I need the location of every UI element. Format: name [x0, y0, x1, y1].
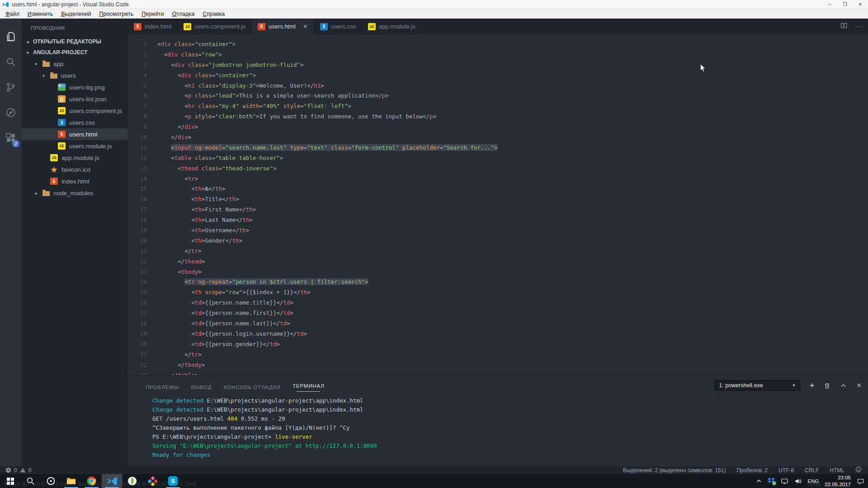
- tab-users-css[interactable]: 3users.css: [314, 19, 362, 34]
- line-number[interactable]: 4: [128, 70, 147, 81]
- menu-item-go[interactable]: Перейти: [137, 10, 168, 18]
- code-line-6[interactable]: 6 <p class="lead">This is a simple user-…: [128, 91, 868, 101]
- code-line-28[interactable]: 28 <td>{{person.name.last}}</td>: [128, 319, 868, 329]
- status-indent-info[interactable]: Пробелов: 2: [736, 467, 768, 474]
- code-line-11[interactable]: 11 <input ng-model="search.name.last" ty…: [128, 143, 868, 153]
- code-line-17[interactable]: 17 <th>First Name</th>: [128, 205, 868, 215]
- code-line-26[interactable]: 26 <td>{{person.name.title}}</td>: [128, 298, 868, 308]
- code-line-19[interactable]: 19 <th>Username</th>: [128, 225, 868, 236]
- minimize-button[interactable]: ─: [822, 0, 837, 9]
- line-number[interactable]: 3: [128, 60, 147, 70]
- status-encoding[interactable]: UTF-8: [778, 467, 794, 474]
- warnings-count[interactable]: 0: [28, 467, 32, 474]
- activity-search[interactable]: [0, 49, 22, 75]
- sidebar-section-open-editors[interactable]: ▸ОТКРЫТЫЕ РЕДАКТОРЫ: [22, 36, 128, 47]
- menu-item-debug[interactable]: Отладка: [168, 10, 198, 18]
- tree-item-users-bg-png[interactable]: users-bg.png: [22, 81, 128, 93]
- tree-item-users[interactable]: ▸users: [22, 70, 128, 81]
- line-number[interactable]: 10: [128, 132, 147, 143]
- panel-tab-output[interactable]: ВЫВОД: [191, 381, 212, 390]
- line-number[interactable]: 1: [128, 39, 147, 50]
- sidebar-section-project[interactable]: ▸ANGULAR-PROJECT: [22, 47, 128, 58]
- panel-tab-problems[interactable]: ПРОБЛЕМЫ: [146, 381, 179, 390]
- code-line-31[interactable]: 31 </tr>: [128, 350, 868, 360]
- taskbar-vscode[interactable]: [102, 474, 122, 488]
- code-line-21[interactable]: 21 </tr>: [128, 246, 868, 257]
- taskbar-search[interactable]: [20, 474, 41, 488]
- line-number[interactable]: 30: [128, 339, 147, 350]
- menu-item-help[interactable]: Справка: [198, 10, 229, 18]
- code-line-25[interactable]: 25 <th scope="row">{{$index + 1}}</th>: [128, 287, 868, 298]
- code-editor[interactable]: 1<div class="container">2 <div class="ro…: [128, 34, 868, 375]
- new-terminal-button[interactable]: +: [810, 381, 814, 390]
- code-line-1[interactable]: 1<div class="container">: [128, 39, 868, 50]
- status-language-mode[interactable]: HTML: [830, 467, 844, 474]
- terminal-output[interactable]: Change detected E:\WEB\projects\angular-…: [128, 395, 868, 460]
- line-number[interactable]: 6: [128, 91, 147, 101]
- tab-users-html[interactable]: 5users.html✕: [252, 19, 314, 34]
- code-line-22[interactable]: 22 </thead>: [128, 257, 868, 267]
- line-number[interactable]: 15: [128, 184, 147, 194]
- code-line-4[interactable]: 4 <div class="container">: [128, 70, 868, 81]
- close-tab-icon[interactable]: ✕: [303, 23, 308, 30]
- code-line-3[interactable]: 3 <div class="jumbotron jumbotron-fluid"…: [128, 60, 868, 70]
- taskbar-start[interactable]: [0, 474, 20, 488]
- maximize-panel-button[interactable]: [840, 382, 847, 389]
- taskbar-clock[interactable]: 23:0522.05.2017: [825, 474, 851, 488]
- line-number[interactable]: 31: [128, 350, 147, 360]
- errors-count[interactable]: 0: [14, 467, 17, 474]
- line-number[interactable]: 24: [128, 277, 147, 287]
- tab-index-html[interactable]: 5index.html: [128, 19, 178, 34]
- line-number[interactable]: 32: [128, 360, 147, 371]
- code-line-24[interactable]: 24 <tr ng-repeat="person in $ctrl.users …: [128, 277, 868, 287]
- line-number[interactable]: 26: [128, 298, 147, 308]
- code-line-7[interactable]: 7 <hr class="my-4" width="40%" style="fl…: [128, 101, 868, 112]
- status-eol[interactable]: CRLF: [805, 467, 819, 474]
- tree-item-index-html[interactable]: 5index.html: [22, 175, 128, 187]
- network-tray-icon[interactable]: [781, 478, 788, 485]
- volume-tray-icon[interactable]: [794, 478, 802, 485]
- activity-debug[interactable]: [0, 100, 22, 125]
- taskbar-chrome[interactable]: [81, 474, 102, 488]
- menu-item-edit[interactable]: Изменить: [24, 10, 57, 18]
- line-number[interactable]: 23: [128, 267, 147, 277]
- tree-item-users-css[interactable]: 3users.css: [22, 117, 128, 128]
- line-number[interactable]: 33: [128, 371, 147, 375]
- tree-item-users-html[interactable]: 5users.html: [22, 128, 128, 140]
- taskbar-color-app[interactable]: [142, 474, 163, 488]
- code-line-8[interactable]: 8 <p style="clear:both">If you want to f…: [128, 112, 868, 122]
- line-number[interactable]: 25: [128, 287, 147, 298]
- taskbar-file-explorer[interactable]: [61, 474, 81, 488]
- line-number[interactable]: 7: [128, 101, 147, 112]
- line-number[interactable]: 20: [128, 236, 147, 246]
- dropbox-tray-icon[interactable]: [768, 478, 775, 484]
- close-panel-button[interactable]: ✕: [856, 382, 862, 389]
- code-line-15[interactable]: 15 <th>№</th>: [128, 184, 868, 194]
- code-line-23[interactable]: 23 <tbody>: [128, 267, 868, 277]
- line-number[interactable]: 18: [128, 215, 147, 225]
- terminal-select[interactable]: 1: powershell.exe ▼: [714, 380, 800, 391]
- line-number[interactable]: 22: [128, 257, 147, 267]
- activity-source-control[interactable]: [0, 75, 22, 100]
- tab-users-component-js[interactable]: JSusers.component.js: [178, 19, 252, 34]
- panel-tab-debug-console[interactable]: КОНСОЛЬ ОТЛАДКИ: [224, 381, 280, 390]
- menu-item-selection[interactable]: Выделений: [57, 10, 95, 18]
- split-editor-icon[interactable]: [840, 22, 847, 31]
- activity-extensions[interactable]: 2: [0, 125, 22, 150]
- tree-item-app-module-js[interactable]: JSapp.module.js: [22, 152, 128, 164]
- menu-item-file[interactable]: Файл: [1, 10, 24, 18]
- status-selection-info[interactable]: Выделений: 2 (выделено символов: 151): [623, 467, 726, 474]
- taskbar-target-app[interactable]: [41, 474, 61, 488]
- tree-item-users-module-js[interactable]: JSusers.module.js: [22, 140, 128, 152]
- taskbar-greenshot[interactable]: [122, 474, 142, 488]
- code-line-33[interactable]: 33 </table>: [128, 371, 868, 375]
- tree-item-users-list-json[interactable]: {}users-list.json: [22, 93, 128, 105]
- code-line-13[interactable]: 13 <thead class="thead-inverse">: [128, 164, 868, 174]
- line-number[interactable]: 16: [128, 194, 147, 205]
- line-number[interactable]: 8: [128, 112, 147, 122]
- more-actions-icon[interactable]: ⋯: [855, 23, 862, 31]
- close-button[interactable]: ✕: [853, 0, 868, 9]
- maximize-button[interactable]: ❐: [837, 0, 853, 9]
- tray-chevron-up-icon[interactable]: [756, 478, 762, 484]
- code-line-16[interactable]: 16 <th>Title</th>: [128, 194, 868, 205]
